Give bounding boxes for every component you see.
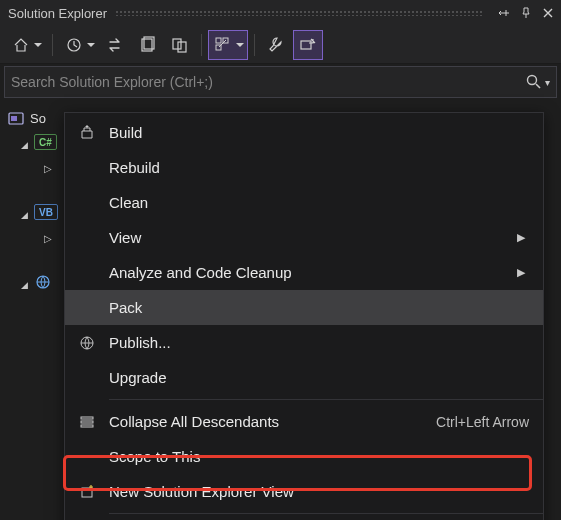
search-placeholder: Search Solution Explorer (Ctrl+;) <box>11 74 525 90</box>
menu-label: Build <box>109 124 529 141</box>
pending-changes-filter-button[interactable] <box>133 30 163 60</box>
build-icon <box>65 125 109 141</box>
menu-item-new-solution-explorer-view[interactable]: New Solution Explorer View <box>65 474 543 509</box>
properties-button[interactable] <box>261 30 291 60</box>
publish-icon <box>65 335 109 351</box>
collapse-icon <box>65 414 109 430</box>
svg-rect-4 <box>178 42 186 52</box>
search-icon[interactable]: ▾ <box>525 73 550 91</box>
menu-label: Collapse All Descendants <box>109 413 436 430</box>
web-project-icon <box>34 273 54 291</box>
svg-rect-5 <box>216 38 221 43</box>
menu-separator <box>109 513 543 514</box>
home-dropdown-button[interactable] <box>6 30 46 60</box>
menu-item-rebuild[interactable]: Rebuild <box>65 150 543 185</box>
menu-item-upgrade[interactable]: Upgrade <box>65 360 543 395</box>
menu-shortcut: Ctrl+Left Arrow <box>436 414 529 430</box>
toolbar-separator <box>52 34 53 56</box>
menu-item-collapse-all[interactable]: Collapse All Descendants Ctrl+Left Arrow <box>65 404 543 439</box>
submenu-arrow-icon: ▶ <box>513 266 529 279</box>
menu-item-scope-to-this[interactable]: Scope to This <box>65 439 543 474</box>
pin-icon[interactable] <box>517 4 535 22</box>
sync-with-active-document-button[interactable] <box>165 30 195 60</box>
menu-label: Scope to This <box>109 448 529 465</box>
menu-label: Pack <box>109 299 529 316</box>
titlebar-grip[interactable] <box>115 10 483 16</box>
svg-rect-11 <box>11 116 17 121</box>
menu-item-analyze[interactable]: Analyze and Code Cleanup ▶ <box>65 255 543 290</box>
svg-rect-3 <box>173 39 181 49</box>
vb-badge-icon: VB <box>34 204 58 220</box>
switch-views-button[interactable] <box>101 30 131 60</box>
svg-rect-15 <box>81 421 93 423</box>
menu-item-publish[interactable]: Publish... <box>65 325 543 360</box>
submenu-arrow-icon: ▶ <box>513 231 529 244</box>
expand-toggle-icon[interactable] <box>42 230 54 242</box>
menu-item-pack[interactable]: Pack <box>65 290 543 325</box>
new-view-icon <box>65 484 109 500</box>
expand-toggle-icon[interactable] <box>18 206 30 218</box>
menu-item-clean[interactable]: Clean <box>65 185 543 220</box>
panel-titlebar: Solution Explorer <box>0 0 561 26</box>
solution-icon <box>6 109 26 127</box>
toolbar <box>0 26 561 64</box>
expand-toggle-icon[interactable] <box>42 160 54 172</box>
expand-toggle-icon[interactable] <box>18 136 30 148</box>
expand-toggle-icon[interactable] <box>18 276 30 288</box>
menu-separator <box>109 399 543 400</box>
show-all-files-button[interactable] <box>208 30 248 60</box>
svg-point-9 <box>528 76 537 85</box>
menu-label: Rebuild <box>109 159 529 176</box>
svg-rect-17 <box>82 488 92 497</box>
window-position-icon[interactable] <box>495 4 513 22</box>
menu-label: Upgrade <box>109 369 529 386</box>
svg-rect-16 <box>81 425 93 427</box>
svg-rect-8 <box>301 41 311 49</box>
menu-label: Analyze and Code Cleanup <box>109 264 513 281</box>
toolbar-separator <box>201 34 202 56</box>
toolbar-separator <box>254 34 255 56</box>
menu-item-view[interactable]: View ▶ <box>65 220 543 255</box>
menu-label: Clean <box>109 194 529 211</box>
history-dropdown-button[interactable] <box>59 30 99 60</box>
csharp-badge-icon: C# <box>34 134 57 150</box>
search-input[interactable]: Search Solution Explorer (Ctrl+;) ▾ <box>4 66 557 98</box>
menu-item-build[interactable]: Build <box>65 115 543 150</box>
context-menu: Build Rebuild Clean View ▶ Analyze and C… <box>64 112 544 520</box>
solution-label: So <box>30 111 46 126</box>
menu-label: New Solution Explorer View <box>109 483 529 500</box>
preview-selected-items-button[interactable] <box>293 30 323 60</box>
menu-label: View <box>109 229 513 246</box>
svg-rect-14 <box>81 417 93 419</box>
panel-title: Solution Explorer <box>8 6 107 21</box>
menu-label: Publish... <box>109 334 529 351</box>
close-icon[interactable] <box>539 4 557 22</box>
